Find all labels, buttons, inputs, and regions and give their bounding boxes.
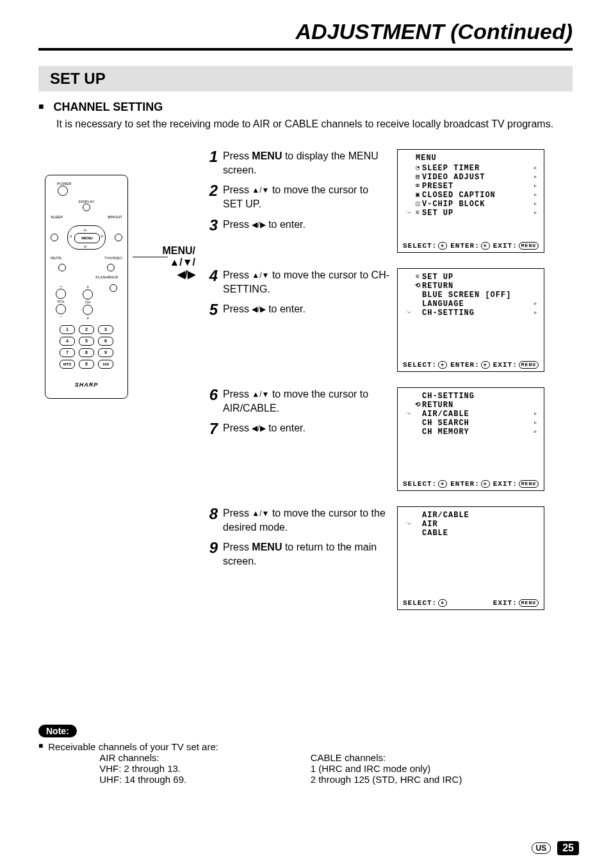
remote-bright-button [115, 234, 122, 241]
remote-mute-button [58, 264, 66, 271]
remote-key-5: 5 [79, 337, 94, 346]
remote-sleep-button [51, 234, 58, 241]
step-text: Press ▲/▼ to move the cursor to the desi… [223, 506, 391, 534]
osd-item-label: BLUE SCREEN [OFF] [422, 291, 531, 300]
channel-setting-heading: ■ CHANNEL SETTING [38, 100, 573, 114]
osd-arrow-icon: ▹ [531, 309, 537, 317]
osd-menu-item: ≡SET UP [404, 273, 537, 282]
osd-item-icon: ≡ [413, 209, 422, 218]
osd-item-icon: ▤ [413, 173, 422, 182]
osd-footer: SELECT:✥EXIT:MENU [403, 599, 539, 607]
osd-menu-item: ☞AIR [404, 520, 537, 529]
osd-item-label: AIR/CABLE [422, 511, 531, 520]
remote-power-button [58, 186, 68, 196]
remote-label-sleep: SLEEP [51, 215, 86, 219]
page-title: ADJUSTMENT (Continued) [38, 19, 573, 51]
step-text: Press MENU to return to the main screen. [223, 540, 391, 568]
osd-menu-item: CABLE [404, 529, 537, 538]
osd-arrow-icon: ▹ [531, 209, 537, 218]
osd-menu-item: CH SEARCH▹ [404, 419, 537, 428]
osd-menu-item: ☞≡SET UP▹ [404, 209, 537, 218]
remote-brand-label: SHARP [51, 382, 122, 388]
osd-arrow-icon: ▹ [531, 419, 537, 428]
osd-screen: CH-SETTING⟲RETURN☞AIR/CABLE▹CH SEARCH▹CH… [397, 387, 544, 491]
remote-key-4: 4 [60, 337, 75, 346]
step-number: 1 [199, 149, 223, 177]
remote-label-bright: BRIGHT [86, 215, 122, 219]
instruction-step: 4Press ▲/▼ to move the cursor to CH-SETT… [199, 268, 391, 296]
step-text: Press ▲/▼ to move the cursor to AIR/CABL… [223, 387, 391, 415]
channel-setting-label: CHANNEL SETTING [53, 100, 163, 113]
osd-menu-item: ▣CLOSED CAPTION▹ [404, 191, 537, 200]
osd-footer-exit: EXIT:MENU [493, 361, 539, 369]
instruction-step: 1Press MENU to display the MENU screen. [199, 149, 391, 177]
remote-display-button [83, 204, 90, 211]
osd-title: MENU [404, 154, 537, 163]
dpad-left-icon: ◃ [69, 233, 72, 239]
osd-item-label: SET UP [422, 209, 531, 218]
osd-menu-item: BLUE SCREEN [OFF] [404, 291, 537, 300]
osd-item-icon: ◔ [413, 164, 422, 173]
remote-numpad: 123 456 789 MTS0100 [51, 325, 122, 369]
remote-callout: MENU/ ▲/▼/ ◀/▶ [138, 245, 195, 280]
note-lead: Receivable channels of your TV set are: [48, 741, 310, 752]
osd-item-label: SET UP [422, 273, 531, 282]
osd-footer-select: SELECT:✥ [403, 242, 447, 250]
osd-item-icon: ≡ [413, 273, 422, 282]
osd-footer-select: SELECT:✥ [403, 361, 447, 369]
remote-key-6: 6 [98, 337, 113, 346]
osd-cursor-icon: ☞ [404, 209, 413, 218]
remote-label-flashback: FLASHBACK [51, 275, 122, 279]
instruction-step: 3Press ◀/▶ to enter. [199, 218, 391, 233]
osd-footer-exit: EXIT:MENU [493, 599, 539, 607]
note-cable-l2: 2 through 125 (STD, HRC and IRC) [311, 774, 573, 785]
osd-item-label: RETURN [422, 282, 531, 291]
remote-flashback-button [110, 284, 117, 292]
osd-footer: SELECT:✥ENTER:✥EXIT:MENU [403, 361, 539, 369]
osd-footer-select: SELECT:✥ [403, 599, 447, 607]
osd-menu-item: ☞AIR/CABLE▹ [404, 410, 537, 419]
remote-vol-rocker: +VOL− [56, 284, 66, 320]
step-text: Press ▲/▼ to move the cursor to SET UP. [223, 183, 391, 211]
step-number: 7 [199, 421, 223, 437]
step-text: Press MENU to display the MENU screen. [223, 149, 391, 177]
instruction-step: 8Press ▲/▼ to move the cursor to the des… [199, 506, 391, 534]
remote-label-mute: MUTE [51, 256, 86, 260]
remote-key-7: 7 [60, 348, 75, 357]
osd-item-label: CH MEMORY [422, 428, 531, 437]
osd-item-label: SLEEP TIMER [422, 164, 531, 173]
step-text: Press ▲/▼ to move the cursor to CH-SETTI… [223, 268, 391, 296]
osd-item-label: CH-SETTING [422, 392, 531, 401]
note-air-uhf: UHF: 14 through 69. [99, 774, 310, 785]
step-number: 2 [199, 183, 223, 211]
osd-arrow-icon: ▹ [531, 410, 537, 419]
osd-item-icon: ⌧ [413, 182, 422, 191]
instruction-step: 6Press ▲/▼ to move the cursor to AIR/CAB… [199, 387, 391, 415]
remote-menu-button: MENU [74, 233, 100, 243]
note-air-vhf: VHF: 2 through 13. [99, 763, 310, 774]
remote-key-2: 2 [79, 325, 94, 334]
remote-key-100: 100 [98, 360, 113, 369]
step-text: Press ◀/▶ to enter. [223, 421, 391, 437]
dpad-right-icon: ▹ [101, 233, 104, 239]
section-bar-setup: SET UP [38, 66, 573, 92]
step-number: 8 [199, 506, 223, 534]
osd-cursor-icon: ☞ [404, 309, 413, 317]
step-number: 3 [199, 218, 223, 233]
callout-updown: ▲/▼/ [138, 257, 195, 268]
note-cable-header: CABLE channels: [311, 752, 573, 763]
page-number: 25 [557, 841, 579, 855]
remote-key-8: 8 [79, 348, 94, 357]
instruction-step: 2Press ▲/▼ to move the cursor to SET UP. [199, 183, 391, 211]
remote-label-tvvideo: TV/VIDEO [86, 256, 122, 260]
osd-item-label: PRESET [422, 182, 531, 191]
remote-key-9: 9 [98, 348, 113, 357]
osd-item-label: CH SEARCH [422, 419, 531, 428]
step-number: 4 [199, 268, 223, 296]
osd-cursor-icon: ☞ [404, 520, 413, 529]
instruction-step: 9Press MENU to return to the main screen… [199, 540, 391, 568]
osd-arrow-icon: ▹ [531, 164, 537, 173]
osd-menu-item: LANGUAGE▹ [404, 300, 537, 309]
osd-footer-enter: ENTER:✥ [450, 480, 489, 488]
callout-menu: MENU/ [138, 245, 195, 257]
